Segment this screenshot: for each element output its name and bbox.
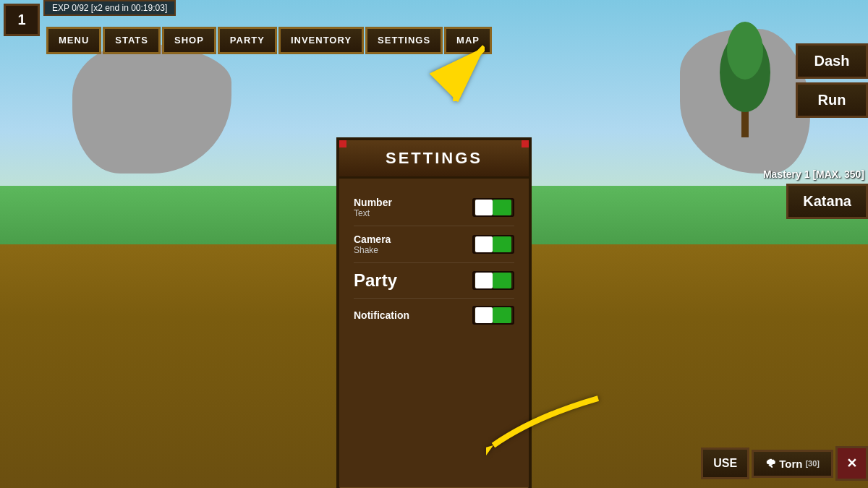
party-row: Party: [354, 263, 514, 299]
notification-label: Notification: [354, 309, 409, 321]
toggle-thumb: [475, 307, 493, 323]
close-item-button[interactable]: ✕: [835, 446, 868, 481]
camera-shake-label: Camera Shake: [354, 234, 391, 255]
party-toggle[interactable]: [472, 271, 514, 290]
corner-tr: [522, 140, 529, 147]
toggle-thumb: [475, 236, 493, 252]
toggle-thumb: [475, 200, 493, 215]
item-count: [30]: [805, 459, 820, 468]
dash-button[interactable]: Dash: [796, 43, 868, 79]
camera-shake-toggle[interactable]: [472, 235, 514, 254]
bottom-action-bar: USE 🌪 Torn [30] ✕: [701, 446, 868, 481]
toggle-green: [493, 236, 511, 252]
use-button[interactable]: USE: [701, 448, 749, 479]
shop-button[interactable]: SHOP: [162, 27, 216, 54]
corner-tl: [339, 140, 346, 147]
party-label: Party: [354, 270, 397, 291]
toggle-thumb: [475, 273, 493, 288]
inventory-button[interactable]: INVENTORY: [278, 27, 364, 54]
right-hud: Dash Run Mastery 1 [MAX. 350] Katana: [763, 43, 868, 219]
toggle-green: [493, 200, 511, 215]
arrow-down-annotation: [486, 391, 602, 459]
exp-bar: EXP 0/92 [x2 end in 00:19:03]: [43, 0, 176, 16]
mastery-text: Mastery 1 [MAX. 350]: [763, 168, 868, 180]
number-text-toggle[interactable]: [472, 198, 514, 217]
menu-button[interactable]: MENU: [46, 27, 101, 54]
camera-shake-row: Camera Shake: [354, 226, 514, 263]
toggle-green: [493, 307, 511, 323]
nav-menu: 1 EXP 0/92 [x2 end in 00:19:03] MENU STA…: [0, 0, 868, 40]
stats-button[interactable]: STATS: [103, 27, 161, 54]
party-button[interactable]: PARTY: [218, 27, 277, 54]
item-name: Torn: [779, 458, 802, 470]
arrow-up-annotation: [427, 40, 485, 108]
settings-title: SETTINGS: [339, 140, 529, 179]
number-text-label: Number Text: [354, 197, 392, 218]
item-slot: 🌪 Torn [30]: [752, 450, 833, 478]
notification-toggle[interactable]: [472, 306, 514, 325]
toggle-green: [493, 273, 511, 288]
settings-body: Number Text Camera Shake: [339, 179, 529, 343]
notification-row: Notification: [354, 299, 514, 332]
item-icon: 🌪: [765, 458, 776, 470]
number-text-row: Number Text: [354, 189, 514, 226]
katana-button[interactable]: Katana: [786, 184, 868, 219]
run-button[interactable]: Run: [796, 82, 868, 118]
level-badge: 1: [4, 4, 40, 36]
